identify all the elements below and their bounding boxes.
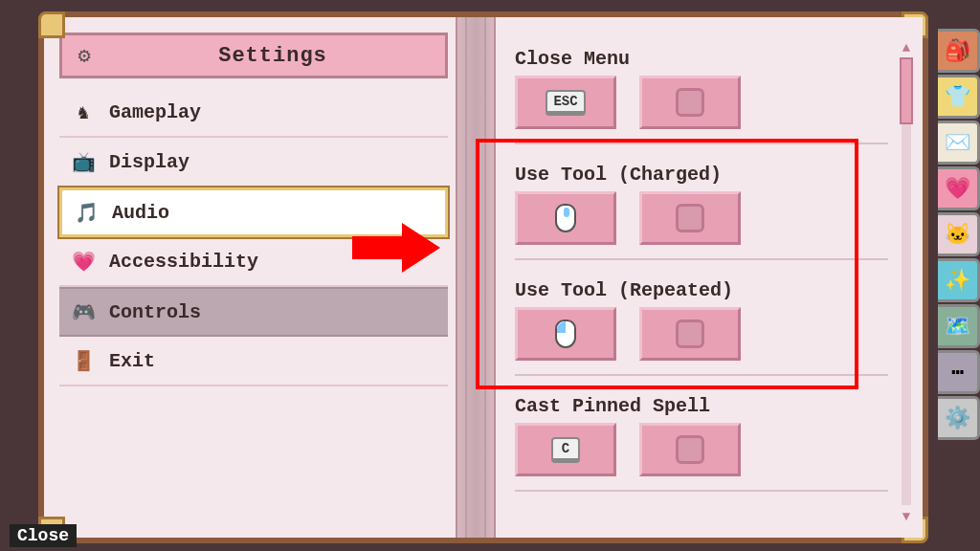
heart-icon: 💗: [71, 249, 96, 274]
sidebar-item-label: Accessibility: [109, 251, 258, 273]
binding-label: Cast Pinned Spell: [515, 395, 888, 417]
mouse-icon: [555, 320, 576, 348]
left-page: ⚙ Settings ♞Gameplay📺Display🎵Audio💗Acces…: [44, 17, 456, 538]
music-icon: 🎵: [74, 200, 99, 225]
sidebar-item-accessibility[interactable]: 💗Accessibility: [59, 237, 448, 287]
right-page: Close MenuESCUse Tool (Charged)Use Tool …: [496, 17, 923, 538]
primary-binding-button[interactable]: [515, 307, 616, 361]
primary-binding-button[interactable]: ESC: [515, 76, 616, 129]
tab-strip: 🎒👕✉️💗🐱✨🗺️⋯⚙️: [938, 29, 980, 440]
binding-group: Close MenuESC: [507, 42, 896, 150]
primary-binding-button[interactable]: [515, 191, 616, 245]
settings-header: ⚙ Settings: [59, 33, 448, 78]
binding-row: ESC: [515, 76, 888, 144]
inventory-tab[interactable]: 🎒: [938, 29, 980, 73]
sidebar-item-gameplay[interactable]: ♞Gameplay: [59, 88, 448, 138]
settings-book: ⚙ Settings ♞Gameplay📺Display🎵Audio💗Acces…: [38, 11, 928, 543]
binding-row: [515, 307, 888, 376]
scroll-up-icon[interactable]: ▲: [900, 40, 913, 54]
empty-binding-icon: [676, 88, 704, 117]
page-title: Settings: [110, 44, 435, 68]
settings-menu: ♞Gameplay📺Display🎵Audio💗Accessibility🎮Co…: [59, 88, 448, 386]
door-icon: 🚪: [71, 348, 96, 373]
book-spine: [456, 17, 496, 538]
settings-tab[interactable]: ⚙️: [938, 396, 980, 440]
primary-binding-button[interactable]: C: [515, 423, 616, 476]
gear-icon: ⚙: [72, 43, 97, 68]
binding-group: Cast Pinned SpellC: [507, 389, 896, 497]
secondary-binding-button[interactable]: [639, 76, 741, 129]
binding-row: [515, 191, 888, 260]
tv-icon: 📺: [71, 149, 96, 174]
map-tab[interactable]: 🗺️: [938, 304, 980, 348]
sidebar-item-label: Display: [109, 151, 189, 173]
binding-row: C: [515, 423, 888, 492]
skills-tab[interactable]: ✨: [938, 258, 980, 302]
social-tab[interactable]: 💗: [938, 166, 980, 210]
pets-tab[interactable]: 🐱: [938, 212, 980, 256]
secondary-binding-button[interactable]: [639, 191, 741, 245]
gamepad-icon: 🎮: [71, 299, 96, 324]
binding-label: Use Tool (Repeated): [515, 279, 888, 301]
secondary-binding-button[interactable]: [639, 423, 741, 476]
knight-icon: ♞: [71, 99, 96, 124]
scroll-down-icon[interactable]: ▼: [900, 509, 913, 522]
scroll-thumb[interactable]: [900, 57, 913, 124]
scroll-track[interactable]: [902, 57, 911, 505]
binding-label: Use Tool (Charged): [515, 164, 888, 186]
bindings-panel: Close MenuESCUse Tool (Charged)Use Tool …: [507, 42, 896, 522]
sidebar-item-label: Gameplay: [109, 101, 201, 123]
mouse-icon: [555, 204, 576, 232]
sidebar-item-label: Controls: [109, 301, 201, 323]
mail-tab[interactable]: ✉️: [938, 121, 980, 165]
binding-group: Use Tool (Charged): [507, 158, 896, 266]
sidebar-item-display[interactable]: 📺Display: [59, 138, 448, 187]
sidebar-item-label: Audio: [112, 202, 169, 224]
sidebar-item-label: Exit: [109, 350, 155, 372]
key-chip: ESC: [546, 90, 585, 116]
clothing-tab[interactable]: 👕: [938, 75, 980, 119]
sidebar-item-exit[interactable]: 🚪Exit: [59, 337, 448, 386]
empty-binding-icon: [676, 320, 704, 348]
empty-binding-icon: [676, 435, 704, 464]
binding-group: Use Tool (Repeated): [507, 274, 896, 382]
key-chip: C: [551, 437, 580, 463]
close-button[interactable]: Close: [10, 524, 77, 547]
secondary-binding-button[interactable]: [639, 307, 741, 361]
sidebar-item-controls[interactable]: 🎮Controls: [59, 287, 448, 337]
menu-tab[interactable]: ⋯: [938, 350, 980, 394]
scrollbar[interactable]: ▲ ▼: [900, 40, 913, 522]
binding-label: Close Menu: [515, 48, 888, 70]
empty-binding-icon: [676, 204, 704, 232]
sidebar-item-audio[interactable]: 🎵Audio: [59, 187, 448, 237]
book-corner: [38, 11, 65, 38]
